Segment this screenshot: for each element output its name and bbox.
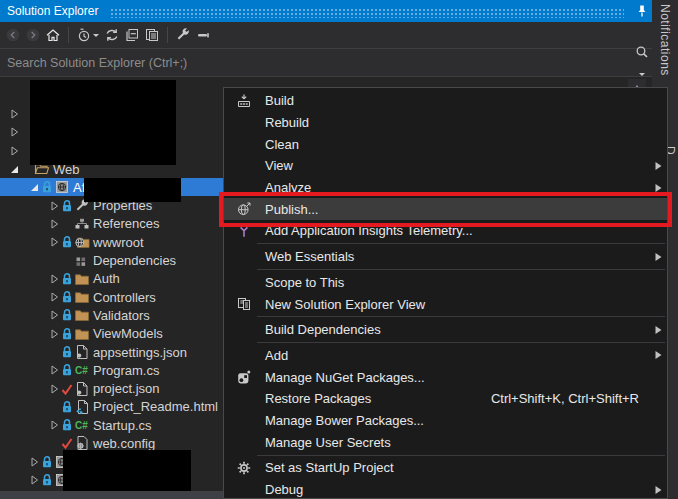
expander-collapsed-icon bbox=[48, 234, 61, 250]
lock-badge-icon bbox=[61, 417, 73, 433]
menu-item-restore-packages[interactable]: Restore PackagesCtrl+Shift+K, Ctrl+Shift… bbox=[224, 388, 667, 410]
build-icon bbox=[231, 92, 257, 110]
expander-expanded-icon bbox=[28, 179, 41, 195]
new-solution-explorer-view-icon bbox=[231, 295, 257, 313]
back-icon bbox=[5, 27, 21, 43]
menu-icon-spacer bbox=[231, 135, 257, 153]
sync-with-active-document-button[interactable] bbox=[102, 24, 122, 46]
references-icon bbox=[73, 216, 90, 232]
menu-item-clean[interactable]: Clean bbox=[224, 133, 667, 155]
menu-item-build-dependencies[interactable]: Build Dependencies bbox=[224, 319, 667, 341]
search-input[interactable] bbox=[0, 56, 632, 70]
indent-spacer bbox=[48, 344, 61, 360]
pending-changes-filter-button[interactable] bbox=[74, 24, 102, 46]
menu-item-debug[interactable]: Debug bbox=[224, 479, 667, 499]
folder-icon bbox=[73, 307, 90, 323]
tree-item-label: project.json bbox=[93, 381, 159, 396]
menu-item-web-essentials[interactable]: Web Essentials bbox=[224, 246, 667, 268]
search-icons bbox=[632, 41, 652, 85]
forward-button[interactable] bbox=[23, 24, 43, 46]
expander-collapsed-icon bbox=[8, 124, 21, 140]
menu-item-manage-nuget-packages[interactable]: Manage NuGet Packages... bbox=[224, 366, 667, 388]
submenu-arrow-icon bbox=[651, 325, 663, 335]
preview-selected-items-icon bbox=[195, 27, 211, 43]
panel-title: Solution Explorer bbox=[0, 4, 98, 18]
menu-item-manage-bower-packages[interactable]: Manage Bower Packages... bbox=[224, 410, 667, 432]
menu-item-set-as-startup-project[interactable]: Set as StartUp Project bbox=[224, 457, 667, 479]
show-all-files-button[interactable] bbox=[142, 24, 162, 46]
lock-badge-icon bbox=[61, 198, 73, 214]
chevron-down-icon bbox=[639, 73, 645, 79]
submenu-arrow-icon bbox=[651, 350, 663, 360]
menu-item-label: Build bbox=[265, 93, 294, 108]
properties-wrench-icon bbox=[175, 27, 191, 43]
back-button[interactable] bbox=[3, 24, 23, 46]
menu-item-manage-user-secrets[interactable]: Manage User Secrets bbox=[224, 431, 667, 453]
properties-wrench-button[interactable] bbox=[173, 24, 193, 46]
menu-item-build[interactable]: Build bbox=[224, 90, 667, 112]
menu-icon-spacer bbox=[231, 481, 257, 499]
sync-with-active-document-icon bbox=[104, 27, 120, 43]
menu-icon-spacer bbox=[231, 411, 257, 429]
lock-badge-icon bbox=[41, 454, 53, 470]
menu-item-add[interactable]: Add bbox=[224, 345, 667, 367]
menu-item-scope-to-this[interactable]: Scope to This bbox=[224, 272, 667, 294]
menu-item-view[interactable]: View bbox=[224, 155, 667, 177]
home-button[interactable] bbox=[43, 24, 63, 46]
lock-badge-icon bbox=[61, 344, 73, 360]
menu-item-label: Manage NuGet Packages... bbox=[265, 370, 425, 385]
rail-tab-notifications[interactable]: Notifications bbox=[658, 4, 672, 76]
menu-item-label: Manage Bower Packages... bbox=[265, 413, 424, 428]
svg-text:C#: C# bbox=[75, 420, 88, 431]
tree-item-label: References bbox=[93, 216, 159, 231]
show-all-files-icon bbox=[144, 27, 160, 43]
expander-collapsed-icon bbox=[48, 417, 61, 433]
tree-item-label: wwwroot bbox=[93, 235, 144, 250]
menu-item-label: Rebuild bbox=[265, 115, 309, 130]
submenu-arrow-icon bbox=[651, 485, 663, 495]
toolbar-separator bbox=[68, 27, 69, 43]
forward-icon bbox=[25, 27, 41, 43]
nuget-icon bbox=[231, 368, 257, 386]
indent-spacer bbox=[48, 399, 61, 415]
menu-item-shortcut: Ctrl+Shift+K, Ctrl+Shift+R bbox=[491, 391, 651, 406]
tree-item-label: appsettings.json bbox=[93, 345, 187, 360]
menu-icon-spacer bbox=[231, 114, 257, 132]
csharp-file-icon: C# bbox=[73, 362, 90, 378]
menu-item-label: Clean bbox=[265, 137, 299, 152]
menu-item-label: Manage User Secrets bbox=[265, 435, 391, 450]
menu-item-label: New Solution Explorer View bbox=[265, 297, 425, 312]
submenu-arrow-icon bbox=[651, 161, 663, 171]
expander-collapsed-icon bbox=[8, 106, 21, 122]
menu-item-rebuild[interactable]: Rebuild bbox=[224, 112, 667, 134]
search-button[interactable] bbox=[632, 41, 652, 63]
home-icon bbox=[45, 27, 61, 43]
lock-badge-icon bbox=[61, 271, 73, 287]
collapse-all-icon bbox=[124, 27, 140, 43]
indent-spacer bbox=[48, 253, 61, 269]
wwwroot-icon bbox=[73, 234, 90, 250]
menu-icon-spacer bbox=[231, 321, 257, 339]
lock-badge-icon bbox=[61, 234, 73, 250]
preview-selected-items-button[interactable] bbox=[193, 24, 213, 46]
menu-item-label: Debug bbox=[265, 482, 303, 497]
tree-item-label: Auth bbox=[93, 271, 120, 286]
csharp-file-icon: C# bbox=[73, 417, 90, 433]
menu-item-label: Set as StartUp Project bbox=[265, 460, 394, 475]
collapse-all-button[interactable] bbox=[122, 24, 142, 46]
panel-titlebar[interactable]: Solution Explorer bbox=[0, 0, 652, 22]
expander-expanded-icon bbox=[8, 161, 21, 177]
chevron-down-icon bbox=[634, 0, 650, 1]
json-file-icon bbox=[73, 344, 90, 360]
expander-collapsed-icon bbox=[8, 143, 21, 159]
tree-item-label: Project_Readme.html bbox=[93, 399, 218, 414]
expander-collapsed-icon bbox=[48, 307, 61, 323]
context-menu: BuildRebuildCleanViewAnalyzePublish...Ad… bbox=[223, 87, 668, 499]
folder-icon bbox=[73, 326, 90, 342]
pin-icon bbox=[634, 3, 650, 19]
lock-badge-icon bbox=[41, 179, 53, 195]
dependencies-icon bbox=[73, 253, 90, 269]
titlebar-pin-button[interactable] bbox=[632, 2, 652, 20]
menu-item-new-solution-explorer-view[interactable]: New Solution Explorer View bbox=[224, 293, 667, 315]
expander-collapsed-icon bbox=[28, 472, 41, 488]
